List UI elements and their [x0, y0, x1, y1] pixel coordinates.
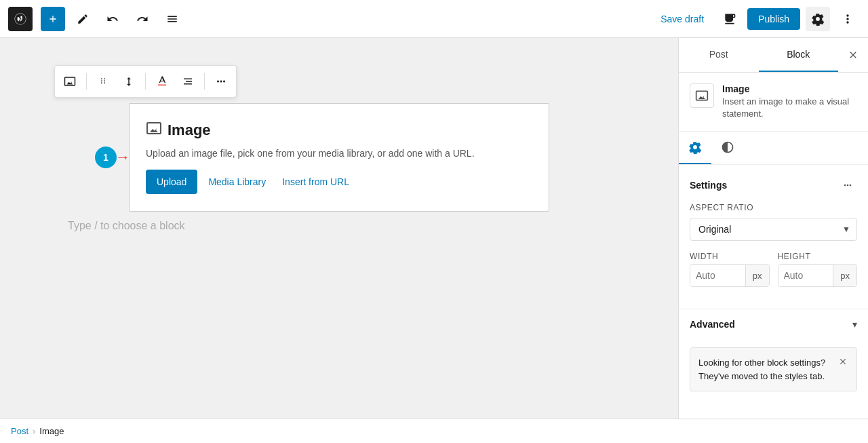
image-block-icon: [64, 75, 76, 88]
height-unit: px: [833, 265, 856, 286]
block-info-text: Image Insert an image to make a visual s…: [722, 83, 857, 120]
drag-icon: [97, 75, 109, 88]
image-block-icon-large: [146, 120, 162, 140]
aspect-ratio-wrapper: Original 1:1 4:3 16:9 3:2 ▼: [690, 218, 857, 241]
tab-styles-icon[interactable]: [711, 132, 744, 164]
dimensions-row: WIDTH px HEIGHT px: [690, 252, 857, 287]
width-field: WIDTH px: [690, 252, 770, 287]
gear-icon: [688, 140, 702, 154]
undo-button[interactable]: [100, 7, 125, 31]
tools-button[interactable]: [71, 7, 95, 31]
height-field: HEIGHT px: [778, 252, 858, 287]
more-icon: [841, 12, 854, 26]
notification-box: Looking for other block settings? They'v…: [690, 347, 857, 391]
right-panel: Post Block Image Insert an image to make…: [678, 38, 868, 419]
tab-settings-icon[interactable]: [679, 132, 711, 164]
width-unit: px: [745, 265, 769, 286]
breadcrumb: Post › Image: [0, 419, 868, 443]
width-input[interactable]: [690, 265, 745, 286]
aspect-ratio-select[interactable]: Original 1:1 4:3 16:9 3:2: [690, 218, 857, 241]
width-input-wrapper: px: [690, 264, 770, 287]
advanced-section: Advanced ▾: [679, 309, 868, 339]
block-info: Image Insert an image to make a visual s…: [679, 73, 868, 132]
image-block-header: Image: [146, 120, 532, 140]
notification-text: Looking for other block settings? They'v…: [698, 358, 825, 381]
close-icon: [848, 50, 859, 60]
image-block-description: Upload an image file, pick one from your…: [146, 148, 532, 159]
block-more-options-button[interactable]: [209, 69, 233, 94]
tab-post[interactable]: Post: [679, 38, 759, 72]
image-block-actions: Upload Media Library Insert from URL: [146, 170, 532, 194]
text-color-button[interactable]: [150, 69, 174, 94]
block-info-name: Image: [722, 83, 857, 94]
breadcrumb-current-page: Image: [39, 426, 64, 436]
tab-block[interactable]: Block: [759, 38, 839, 72]
settings-section-header: Settings: [690, 176, 857, 195]
step-indicator: 1: [95, 147, 117, 168]
document-overview-button[interactable]: [160, 7, 184, 31]
panel-tabs: Post Block: [679, 38, 868, 73]
svg-rect-0: [158, 85, 166, 86]
up-down-icon: [123, 75, 135, 88]
text-color-icon: [156, 75, 168, 88]
block-info-image-icon: [695, 89, 709, 102]
aspect-ratio-label: ASPECT RATIO: [690, 203, 857, 212]
upload-button[interactable]: Upload: [146, 170, 197, 194]
panel-content: Settings ASPECT RATIO Original 1:1 4:3 1…: [679, 165, 868, 419]
width-label: WIDTH: [690, 252, 770, 261]
height-input-wrapper: px: [778, 264, 858, 287]
insert-from-url-button[interactable]: Insert from URL: [277, 171, 355, 193]
height-label: HEIGHT: [778, 252, 858, 261]
image-block-container: 1 → Image Upload an image file, pick one…: [129, 103, 549, 212]
toolbar-divider-3: [204, 73, 205, 90]
breadcrumb-separator: ›: [33, 426, 35, 436]
settings-section-title: Settings: [690, 180, 727, 191]
image-block-title: Image: [167, 121, 211, 139]
block-type-button[interactable]: [58, 69, 82, 94]
block-info-icon: [690, 83, 714, 108]
image-block: Image Upload an image file, pick one fro…: [129, 103, 549, 212]
add-block-button[interactable]: [41, 7, 65, 31]
settings-section: Settings ASPECT RATIO Original 1:1 4:3 1…: [679, 165, 868, 309]
publish-button[interactable]: Publish: [747, 8, 800, 30]
settings-more-button[interactable]: [838, 176, 857, 195]
plus-icon: [47, 14, 58, 24]
toolbar-divider-1: [86, 73, 87, 90]
redo-icon: [136, 13, 149, 25]
undo-icon: [106, 13, 119, 25]
toolbar-divider-2: [145, 73, 146, 90]
type-block-hint: Type / to choose a block: [68, 220, 185, 232]
advanced-section-title: Advanced: [690, 319, 735, 330]
block-toolbar: [54, 65, 237, 98]
align-button[interactable]: [176, 69, 200, 94]
redo-button[interactable]: [130, 7, 155, 31]
move-up-down-button[interactable]: [117, 69, 141, 94]
save-draft-button[interactable]: Save draft: [652, 8, 712, 30]
more-options-button[interactable]: [835, 7, 860, 31]
wp-logo: [8, 7, 33, 31]
chevron-down-icon: ▾: [852, 319, 857, 330]
media-library-button[interactable]: Media Library: [203, 171, 271, 193]
align-icon: [182, 75, 194, 88]
settings-style-tabs: [679, 132, 868, 165]
block-info-description: Insert an image to make a visual stateme…: [722, 96, 857, 120]
settings-more-icon: [842, 180, 853, 191]
view-button[interactable]: [717, 7, 742, 31]
settings-icon: [811, 12, 825, 26]
main-toolbar: Save draft Publish: [0, 0, 868, 38]
dots-icon: [215, 75, 227, 88]
drag-handle-button[interactable]: [91, 69, 115, 94]
height-input[interactable]: [778, 265, 833, 286]
main-layout: 1 → Image Upload an image file, pick one…: [0, 38, 868, 419]
panel-close-button[interactable]: [841, 43, 865, 67]
settings-panel-button[interactable]: [806, 7, 830, 31]
pencil-icon: [77, 13, 89, 25]
step-arrow: →: [115, 149, 130, 166]
wp-logo-icon: [14, 12, 27, 26]
breadcrumb-post-link[interactable]: Post: [11, 426, 28, 436]
advanced-section-header[interactable]: Advanced ▾: [679, 309, 868, 339]
notification-close-button[interactable]: [835, 353, 851, 370]
view-icon: [723, 12, 736, 26]
editor-area: 1 → Image Upload an image file, pick one…: [0, 38, 678, 419]
list-view-icon: [166, 13, 178, 25]
